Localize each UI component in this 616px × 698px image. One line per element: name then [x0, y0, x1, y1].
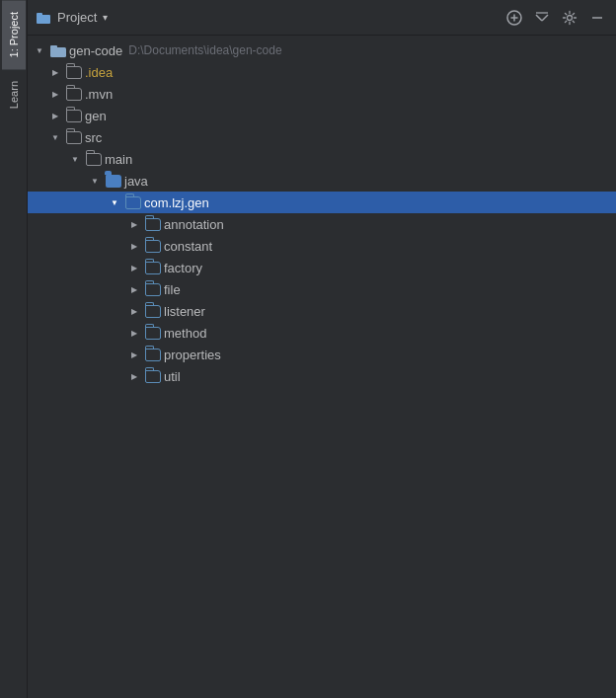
- svg-line-6: [542, 15, 548, 21]
- header-bar: Project ▾: [28, 0, 616, 36]
- svg-rect-1: [37, 13, 42, 17]
- folder-icon-java: [106, 174, 121, 188]
- factory-label: factory: [164, 261, 202, 275]
- constant-label: constant: [164, 239, 212, 254]
- src-label: src: [85, 130, 102, 145]
- expand-icon-gen: [47, 108, 63, 123]
- folder-icon-main: [86, 152, 102, 166]
- tree-row-util[interactable]: util: [28, 365, 616, 387]
- sidebar-item-project[interactable]: 1: Project: [2, 0, 26, 69]
- expand-icon-main: [67, 151, 83, 167]
- gen-label: gen: [85, 109, 107, 123]
- folder-icon-method: [145, 326, 161, 340]
- settings-button[interactable]: [559, 7, 580, 29]
- method-label: method: [164, 326, 206, 341]
- gen-code-label: gen-code: [69, 43, 122, 58]
- tree-row-idea[interactable]: .idea: [28, 61, 616, 83]
- tree-row-method[interactable]: method: [28, 322, 616, 344]
- expand-icon-properties: [126, 347, 142, 362]
- properties-label: properties: [164, 348, 221, 362]
- minimize-button[interactable]: [586, 7, 608, 29]
- panel-title: Project: [57, 10, 97, 25]
- tree-row-listener[interactable]: listener: [28, 300, 616, 322]
- folder-icon-constant: [145, 239, 161, 253]
- expand-icon-constant: [126, 238, 142, 254]
- expand-icon-mvn: [47, 86, 63, 102]
- folder-icon-properties: [145, 348, 161, 361]
- tree-row-mvn[interactable]: .mvn: [28, 83, 616, 105]
- expand-icon-factory: [126, 260, 142, 275]
- main-panel: Project ▾: [28, 0, 616, 698]
- svg-point-8: [568, 15, 573, 20]
- folder-icon-idea: [66, 65, 82, 79]
- folder-icon-util: [145, 369, 161, 383]
- main-label: main: [105, 152, 132, 167]
- expand-icon-gen-code: [32, 42, 47, 58]
- mvn-label: .mvn: [85, 87, 113, 102]
- sidebar: 1: Project Learn: [0, 0, 28, 698]
- header-actions: [503, 7, 608, 29]
- folder-icon-annotation: [145, 217, 161, 231]
- tree-row-file[interactable]: file: [28, 278, 616, 300]
- folder-icon-src: [66, 130, 82, 144]
- tree-row-factory[interactable]: factory: [28, 257, 616, 278]
- tree-row-gen[interactable]: gen: [28, 105, 616, 126]
- folder-icon-mvn: [66, 87, 82, 101]
- expand-icon-util: [126, 368, 142, 384]
- tree-row-constant[interactable]: constant: [28, 235, 616, 257]
- listener-label: listener: [164, 304, 205, 319]
- tree-row-gen-code[interactable]: gen-code D:\Documents\idea\gen-code: [28, 39, 616, 61]
- tree-row-com-lzj-gen[interactable]: com.lzj.gen: [28, 192, 616, 213]
- add-button[interactable]: [503, 7, 525, 29]
- file-label: file: [164, 282, 181, 297]
- gen-code-path: D:\Documents\idea\gen-code: [128, 43, 281, 57]
- expand-icon-annotation: [126, 216, 142, 232]
- folder-icon-factory: [145, 261, 161, 274]
- util-label: util: [164, 369, 181, 384]
- expand-icon-listener: [126, 303, 142, 319]
- com-lzj-gen-label: com.lzj.gen: [144, 195, 209, 210]
- file-tree: gen-code D:\Documents\idea\gen-code .ide…: [28, 36, 616, 698]
- folder-icon-gen: [66, 109, 82, 122]
- folder-icon-gen-code: [50, 43, 66, 57]
- tree-row-properties[interactable]: properties: [28, 344, 616, 365]
- expand-icon-file: [126, 281, 142, 297]
- expand-icon-java: [87, 173, 103, 189]
- tree-row-annotation[interactable]: annotation: [28, 213, 616, 235]
- header-title-area: Project ▾: [36, 10, 496, 26]
- project-folder-icon: [36, 10, 51, 26]
- svg-line-5: [536, 15, 542, 21]
- folder-icon-listener: [145, 304, 161, 318]
- java-label: java: [124, 174, 148, 189]
- folder-icon-com-lzj-gen: [125, 195, 141, 209]
- expand-icon-method: [126, 325, 142, 341]
- expand-icon-src: [47, 129, 63, 145]
- sidebar-item-learn[interactable]: Learn: [2, 69, 26, 120]
- folder-icon-file: [145, 282, 161, 296]
- tree-row-main[interactable]: main: [28, 148, 616, 170]
- expand-icon-com-lzj-gen: [107, 194, 122, 210]
- svg-rect-11: [50, 45, 57, 49]
- expand-icon-idea: [47, 64, 63, 80]
- collapse-button[interactable]: [531, 7, 553, 29]
- dropdown-arrow-icon[interactable]: ▾: [103, 12, 108, 23]
- tree-row-java[interactable]: java: [28, 170, 616, 192]
- annotation-label: annotation: [164, 217, 224, 232]
- idea-label: .idea: [85, 65, 113, 80]
- tree-row-src[interactable]: src: [28, 126, 616, 148]
